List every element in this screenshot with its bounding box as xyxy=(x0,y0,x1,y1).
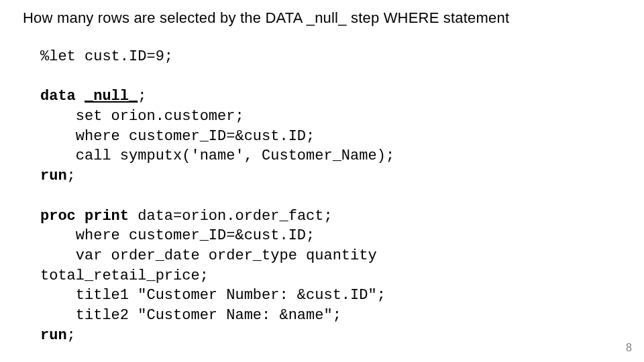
code-line-9: var order_date order_type quantity xyxy=(40,247,377,264)
code-text: =orion.order_fact; xyxy=(173,208,333,225)
keyword-proc-print: proc print xyxy=(40,208,129,225)
code-line-8: where customer_ID=&cust.ID; xyxy=(40,227,315,244)
code-line-5: call symputx('name', Customer_Name); xyxy=(40,147,394,164)
keyword-data: data xyxy=(40,88,76,105)
slide-title: How many rows are selected by the DATA _… xyxy=(23,9,509,27)
page-number: 8 xyxy=(626,342,632,354)
code-line-4: where customer_ID=&cust.ID; xyxy=(40,128,315,145)
code-text: ; xyxy=(138,88,146,105)
code-text: ; xyxy=(67,327,76,344)
keyword-run: run xyxy=(40,327,67,344)
slide: How many rows are selected by the DATA _… xyxy=(0,0,644,362)
code-line-1: %let cust.ID=9; xyxy=(40,48,173,65)
code-line-12: title2 "Customer Name: &name"; xyxy=(40,307,341,324)
code-line-11: title1 "Customer Number: &cust.ID"; xyxy=(40,287,386,304)
code-text: ; xyxy=(67,168,76,184)
code-line-10: total_retail_price; xyxy=(40,267,209,284)
code-text: data xyxy=(129,208,173,225)
code-line-3: set orion.customer; xyxy=(40,108,244,125)
keyword-run: run xyxy=(40,168,67,184)
code-block: %let cust.ID=9; data _null_; set orion.c… xyxy=(40,47,394,345)
null-literal: _null_ xyxy=(85,88,138,105)
